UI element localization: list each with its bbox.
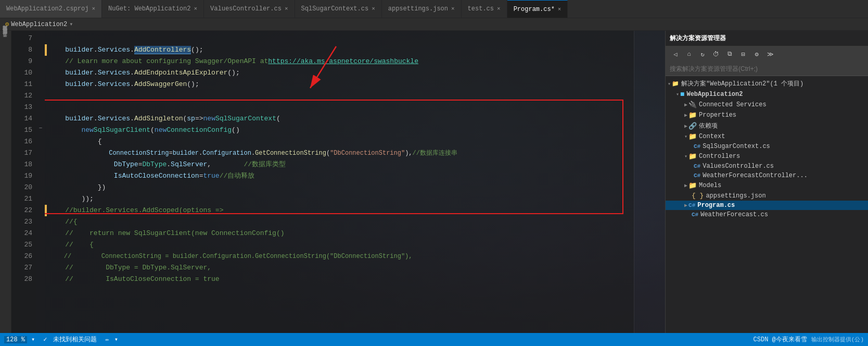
se-item-valuescontroller[interactable]: C# ValuesController.cs xyxy=(666,162,868,171)
code-line-24: // return new SqlSugarClient(new Connect… xyxy=(49,228,630,239)
se-item-weatherforecast[interactable]: C# WeatherForecast.cs xyxy=(666,210,868,219)
code-line-8: builder.Services.AddControllers(); xyxy=(49,44,630,56)
context-folder-label: Context xyxy=(699,133,725,140)
json-icon: { } xyxy=(692,192,704,200)
tab-close-4[interactable]: × xyxy=(451,6,455,12)
code-line-28: // IsAutoCloseConnection = true xyxy=(49,274,630,285)
se-collapse-btn[interactable]: ⊟ xyxy=(737,48,749,60)
se-item-appsettings[interactable]: { } appsettings.json xyxy=(666,191,868,201)
code-line-10: builder.Services.AddEndpointsApiExplorer… xyxy=(49,67,630,79)
se-item-sqlsugarcontext[interactable]: C# SqlSugarContext.cs xyxy=(666,142,868,151)
status-right: CSDN @今夜来看雪 输出控制器提供(公) xyxy=(754,335,864,344)
controllers-folder-label: Controllers xyxy=(699,153,740,160)
code-line-23: //{ xyxy=(49,216,630,228)
se-split-btn[interactable]: ⧉ xyxy=(724,48,735,60)
status-arrow: ▾ xyxy=(114,336,118,343)
toolbar-item-3[interactable]: 工具箱 xyxy=(2,39,9,42)
solution-explorer-tree: ▾ 📁 解决方案"WebApplication2"(1 个项目) ▾ ■ Web… xyxy=(666,76,868,333)
editor-area[interactable]: 7 8 9 10 11 12 13 14 15 16 17 18 19 20 2… xyxy=(11,31,665,333)
controllers-folder-icon: 📁 xyxy=(688,152,697,160)
expand-context: ▾ xyxy=(684,133,687,140)
models-icon: 📁 xyxy=(688,181,697,190)
se-item-connected-services[interactable]: ▶ 🔌 Connected Services xyxy=(666,100,868,110)
tab-close-1[interactable]: × xyxy=(194,6,197,12)
project-icon: ■ xyxy=(680,90,684,98)
solution-label: 解决方案"WebApplication2"(1 个项目) xyxy=(681,79,803,88)
breadcrumb-icon: ⚙ xyxy=(5,20,9,28)
tab-close-3[interactable]: × xyxy=(372,6,375,12)
code-line-9: // Learn more about configuring Swagger/… xyxy=(49,56,630,67)
breadcrumb-separator: ▾ xyxy=(69,20,73,28)
se-more-btn[interactable]: ≫ xyxy=(764,48,776,60)
expand-controllers: ▾ xyxy=(684,153,687,159)
valuescontroller-label: ValuesController.cs xyxy=(703,163,774,170)
weathercontroller-label: WeatherForecastController... xyxy=(703,172,808,179)
code-line-18: DbType = DbType.SqlServer, //数据库类型 xyxy=(49,159,630,170)
tab-close-5[interactable]: × xyxy=(497,6,501,12)
tab-close-2[interactable]: × xyxy=(285,6,288,12)
expand-weatherforecast xyxy=(684,212,691,218)
code-lines: builder.Services.AddControllers(); // Le… xyxy=(45,31,634,333)
tab-nuget[interactable]: NuGet: WebApplication2 × xyxy=(102,0,204,18)
status-check-icon: ✓ xyxy=(43,336,47,343)
zoom-level[interactable]: 128 % xyxy=(4,336,27,343)
models-label: Models xyxy=(699,182,721,189)
properties-icon: 📁 xyxy=(688,111,697,119)
appsettings-label: appsettings.json xyxy=(706,192,765,200)
se-refresh-btn[interactable]: ↻ xyxy=(697,48,708,60)
se-back-btn[interactable]: ◁ xyxy=(670,48,681,60)
expand-properties: ▶ xyxy=(684,112,687,118)
tab-close-6[interactable]: × xyxy=(558,6,561,13)
main-layout: 解决方案资源管理器 团队资源管理器 工具箱 7 8 9 10 11 12 13 … xyxy=(0,31,868,333)
se-item-context-folder[interactable]: ▾ 📁 Context xyxy=(666,131,868,142)
programcs-label: Program.cs xyxy=(697,202,735,209)
se-item-weathercontroller[interactable]: C# WeatherForecastController... xyxy=(666,171,868,180)
code-line-19: IsAutoCloseConnection = true //自动释放 xyxy=(49,170,630,182)
expand-project: ▾ xyxy=(676,91,679,97)
se-properties-btn[interactable]: ⚙ xyxy=(751,48,762,60)
code-line-15: new SqlSugarClient(new ConnectionConfig(… xyxy=(49,125,630,136)
se-item-models[interactable]: ▶ 📁 Models xyxy=(666,180,868,191)
csharp-icon-sqlsugar: C# xyxy=(694,143,700,150)
code-line-20: }) xyxy=(49,182,630,193)
code-line-27: // DbType = DbType.SqlServer, xyxy=(49,262,630,274)
se-item-properties[interactable]: ▶ 📁 Properties xyxy=(666,110,868,120)
code-line-21: )); xyxy=(49,193,630,205)
properties-label: Properties xyxy=(699,112,736,119)
solution-explorer-search xyxy=(666,62,868,76)
se-item-programcs[interactable]: ▶ C# Program.cs xyxy=(666,201,868,210)
tab-appsettings[interactable]: appsettings.json × xyxy=(382,0,462,18)
se-clock-btn[interactable]: ⏱ xyxy=(710,48,722,60)
expand-program: ▶ xyxy=(684,202,687,208)
se-home-btn[interactable]: ⌂ xyxy=(683,48,695,60)
se-item-solution[interactable]: ▾ 📁 解决方案"WebApplication2"(1 个项目) xyxy=(666,78,868,89)
context-folder-icon: 📁 xyxy=(688,132,697,141)
yellow-bar-8 xyxy=(45,44,47,56)
code-line-13 xyxy=(49,102,630,113)
tab-programcs[interactable]: Program.cs* × xyxy=(507,0,568,18)
zoom-down-icon[interactable]: ▾ xyxy=(31,336,35,343)
sqlsugarcontext-label: SqlSugarContext.cs xyxy=(703,143,770,150)
code-line-11: builder.Services.AddSwaggerGen(); xyxy=(49,79,630,90)
tab-close-0[interactable]: × xyxy=(92,6,95,12)
connected-services-icon: 🔌 xyxy=(688,101,697,109)
tab-valuescontroller[interactable]: ValuesController.cs × xyxy=(204,0,295,18)
solution-explorer-toolbar: ◁ ⌂ ↻ ⏱ ⧉ ⊟ ⚙ ≫ xyxy=(666,46,868,62)
breadcrumb-project[interactable]: WebApplication2 xyxy=(11,21,67,28)
project-label: WebApplication2 xyxy=(686,91,743,98)
tab-webapplication2csproj[interactable]: WebApplication2.csproj × xyxy=(0,0,102,18)
dependencies-icon: 🔗 xyxy=(688,122,697,130)
weatherforecast-label: WeatherForecast.cs xyxy=(700,211,768,218)
code-line-17: ConnectionString = builder.Configuration… xyxy=(49,147,630,159)
tab-testcs[interactable]: test.cs × xyxy=(462,0,507,18)
status-bar: 128 % ▾ ✓ 未找到相关问题 ✏ ▾ CSDN @今夜来看雪 输出控制器提… xyxy=(0,333,868,346)
dependencies-label: 依赖项 xyxy=(699,121,718,130)
se-search-input[interactable] xyxy=(670,64,864,73)
status-left: 128 % ▾ ✓ 未找到相关问题 ✏ ▾ xyxy=(4,335,118,344)
se-item-project[interactable]: ▾ ■ WebApplication2 xyxy=(666,89,868,100)
se-item-dependencies[interactable]: ▶ 🔗 依赖项 xyxy=(666,120,868,131)
connected-services-label: Connected Services xyxy=(699,101,767,108)
csharp-icon-values: C# xyxy=(694,163,700,169)
se-item-controllers-folder[interactable]: ▾ 📁 Controllers xyxy=(666,151,868,162)
tab-sqlsugarcontext[interactable]: SqlSugarContext.cs × xyxy=(295,0,382,18)
